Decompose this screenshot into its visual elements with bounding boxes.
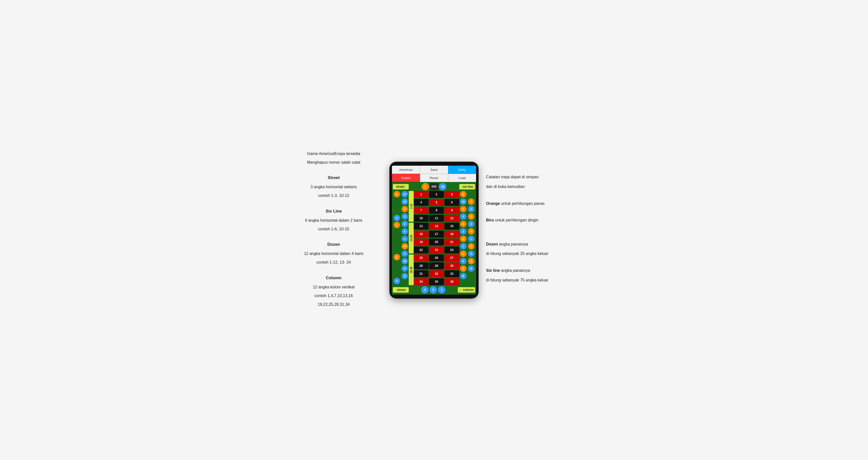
num-cell-1-2[interactable]: 6 (444, 199, 459, 206)
right-outer-4[interactable]: 2 (468, 221, 474, 227)
left-badge-10[interactable]: 9 (402, 265, 408, 272)
right-sixline-desc2: di hitung sebanyak 75 angka keluar (486, 277, 583, 284)
left-badge-2[interactable]: 4 (402, 206, 408, 212)
num-cell-5-0[interactable]: 16 (414, 231, 429, 237)
blue-desc: untuk perhitungan dingin (495, 218, 538, 222)
right-badge-8[interactable]: 3 (460, 251, 466, 257)
zero-circle-1[interactable]: 1 (422, 183, 429, 191)
num-cell-2-1[interactable]: 8 (429, 207, 444, 214)
num-cell-9-2[interactable]: 30 (444, 262, 459, 269)
num-cell-0-0[interactable]: 1 (414, 191, 429, 198)
num-cell-0-1[interactable]: 2 (429, 191, 444, 198)
num-cell-1-0[interactable]: 4 (414, 199, 429, 206)
left-outer-0[interactable]: 6 (394, 191, 400, 197)
number-row-10: 313233 (414, 270, 459, 277)
right-badge-11[interactable]: 8 (460, 273, 466, 279)
reset-button[interactable]: Reset (420, 174, 448, 182)
right-outer-3[interactable]: 5 (468, 213, 474, 220)
footer-circle-2[interactable]: 1 (438, 286, 445, 294)
right-badge-6[interactable]: 2 (460, 236, 466, 242)
american-button[interactable]: American (392, 166, 420, 174)
sixline-title: Six Line (285, 208, 382, 215)
num-cell-3-0[interactable]: 10 (414, 215, 429, 222)
left-badge-6[interactable]: 1 (402, 236, 408, 242)
right-sixline-desc1: angka panasnya (501, 268, 530, 272)
delete-button[interactable]: Delete (392, 174, 420, 182)
num-cell-1-1[interactable]: 5 (429, 199, 444, 206)
left-badge-5[interactable]: 6 (402, 228, 408, 235)
num-cell-4-2[interactable]: 15 (444, 223, 459, 230)
num-cell-6-2[interactable]: 21 (444, 238, 459, 246)
num-cell-10-2[interactable]: 33 (444, 270, 459, 277)
num-cell-8-1[interactable]: 26 (429, 254, 444, 261)
num-cell-2-0[interactable]: 7 (414, 207, 429, 214)
footer-circle-1[interactable]: 0 (430, 286, 437, 294)
right-badge-10[interactable]: 2 (460, 265, 466, 272)
num-cell-11-1[interactable]: 35 (429, 278, 444, 285)
left-badge-8[interactable]: 0 (402, 251, 408, 257)
num-cell-5-2[interactable]: 18 (444, 231, 459, 237)
right-badge-9[interactable]: 0 (460, 258, 466, 264)
left-badge-1[interactable]: 16 (402, 198, 408, 205)
num-cell-3-2[interactable]: 12 (444, 215, 459, 222)
right-outer-7[interactable]: 2 (468, 243, 474, 250)
dozen-desc1: 12 angka horisontal dalam 4 baris (285, 250, 382, 257)
right-badge-2[interactable]: 4 (460, 206, 466, 212)
label-13-24: 13-24 (409, 223, 414, 253)
right-outer-10[interactable]: 9 (468, 265, 474, 272)
zero-circle-18[interactable]: 18 (439, 183, 446, 191)
right-badge-7[interactable]: 1 (460, 243, 466, 250)
num-cell-2-2[interactable]: 9 (444, 207, 459, 214)
left-badge-0[interactable]: 17 (402, 191, 408, 197)
right-panel: Catatan meja dapet di simpan dan di buka… (486, 174, 583, 286)
num-cell-10-1[interactable]: 32 (429, 270, 444, 277)
number-row-6: 192021 (414, 238, 459, 246)
left-badge-7[interactable]: 19 (402, 243, 408, 250)
left-badge-4[interactable]: 2 (402, 221, 408, 227)
num-cell-0-2[interactable]: 3 (444, 191, 459, 198)
num-cell-11-0[interactable]: 34 (414, 278, 429, 285)
load-button[interactable]: Load (448, 174, 476, 182)
save-button[interactable]: Save (420, 166, 448, 174)
right-outer-9[interactable]: 2 (468, 258, 474, 264)
num-cell-6-0[interactable]: 19 (414, 238, 429, 246)
right-outer-6[interactable]: 1 (468, 236, 474, 242)
right-badge-0[interactable]: 2 (460, 191, 466, 197)
num-cell-8-0[interactable]: 25 (414, 254, 429, 261)
zero-circle-000[interactable]: 0/00 (430, 183, 438, 191)
left-outer-3[interactable]: 3 (394, 215, 400, 221)
left-outer-4[interactable]: 7 (394, 222, 400, 228)
num-cell-9-0[interactable]: 28 (414, 262, 429, 269)
right-outer-8[interactable]: 0 (468, 251, 474, 257)
num-cell-9-1[interactable]: 29 (429, 262, 444, 269)
left-badge-11[interactable]: 8 (402, 273, 408, 279)
left-outer-11[interactable]: 0 (394, 278, 400, 284)
right-badge-4[interactable]: 5 (460, 221, 466, 227)
num-cell-4-1[interactable]: 14 (429, 223, 444, 230)
left-badge-3[interactable]: 3 (402, 213, 408, 220)
right-outer-1[interactable]: 3 (468, 198, 474, 205)
num-cell-11-2[interactable]: 36 (444, 278, 459, 285)
right-outer-2[interactable]: 4 (468, 206, 474, 212)
dozen-title: Dozen (285, 241, 382, 248)
footer-circle-0[interactable]: 3 (421, 286, 429, 294)
number-row-5: 161718 (414, 231, 459, 237)
right-sixline-title: Six line (486, 268, 500, 272)
num-cell-3-1[interactable]: 11 (429, 215, 444, 222)
right-outer-5[interactable]: 4 (468, 228, 474, 235)
num-cell-7-2[interactable]: 24 (444, 247, 459, 253)
num-cell-6-1[interactable]: 20 (429, 238, 444, 246)
left-outer-8[interactable]: 5 (394, 254, 400, 260)
left-badge-9[interactable]: 10 (402, 258, 408, 264)
right-badge-5[interactable]: 2 (460, 228, 466, 235)
num-cell-7-0[interactable]: 22 (414, 247, 429, 253)
right-badge-3[interactable]: 3 (460, 213, 466, 220)
entry-button[interactable]: Entry (448, 166, 476, 174)
num-cell-7-1[interactable]: 23 (429, 247, 444, 253)
num-cell-10-0[interactable]: 31 (414, 270, 429, 277)
num-cell-4-0[interactable]: 13 (414, 223, 429, 230)
column-desc1: 12 angka kolom vertikal (285, 284, 382, 290)
num-cell-5-1[interactable]: 17 (429, 231, 444, 237)
right-badge-1[interactable]: 16 (460, 198, 466, 205)
num-cell-8-2[interactable]: 27 (444, 254, 459, 261)
